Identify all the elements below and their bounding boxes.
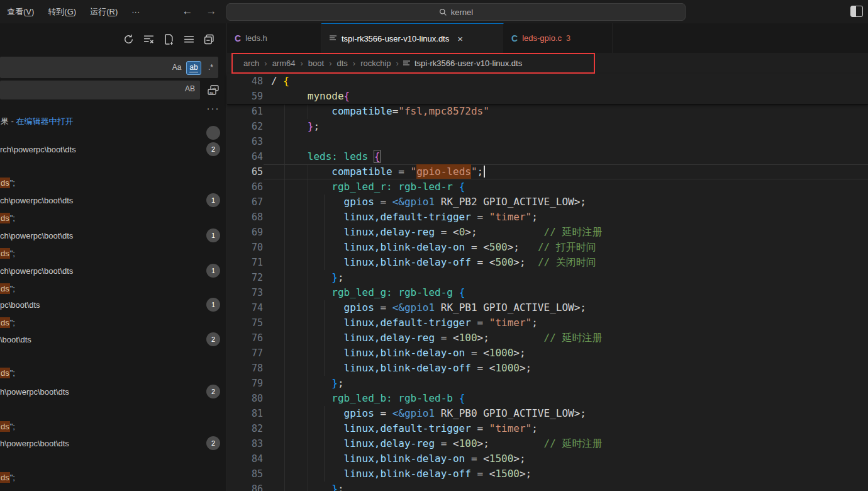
line-number: 76 — [227, 330, 263, 346]
code-line-70[interactable]: 70 linux,blink-delay-on = <500>; // 打开时间 — [227, 240, 868, 255]
menu-item-2[interactable]: 运行(R) — [83, 4, 125, 20]
tab-bar: Cleds.htspi-rk3566-user-v10-linux.dts×Cl… — [227, 23, 868, 53]
tab-label: leds-gpio.c — [522, 33, 562, 43]
code-line-63[interactable]: 63 — [227, 134, 868, 149]
menu-item-0[interactable]: 查看(V) — [0, 4, 41, 20]
code-line-text: mynode{ — [271, 89, 350, 104]
result-match-row[interactable]: ds"; — [0, 469, 226, 485]
code-line-78[interactable]: 78 linux,blink-delay-off = <1000>; — [227, 361, 868, 376]
result-match-row[interactable]: ds"; — [0, 418, 226, 434]
result-match-row[interactable]: ds"; — [0, 314, 226, 330]
code-line-71[interactable]: 71 linux,blink-delay-off = <500>; // 关闭时… — [227, 255, 868, 270]
code-line-75[interactable]: 75 linux,default-trigger = "timer"; — [227, 315, 868, 330]
back-arrow-icon[interactable]: ← — [179, 3, 196, 20]
result-file-row[interactable]: ch\powerpc\boot\dts1 — [0, 262, 226, 279]
code-line-77[interactable]: 77 linux,blink-delay-on = <1000>; — [227, 346, 868, 361]
breadcrumb-item-arm64[interactable]: arm64 — [271, 59, 297, 68]
code-line-86[interactable]: 86 }; — [227, 482, 868, 491]
command-center-search[interactable]: kernel — [226, 3, 686, 21]
code-line-83[interactable]: 83 linux,delay-reg = <100>; // 延时注册 — [227, 436, 868, 451]
result-match-row[interactable]: ds"; — [0, 364, 226, 381]
line-number: 74 — [227, 300, 263, 315]
result-file-row[interactable]: rch\powerpc\boot\dts2 — [0, 141, 226, 157]
line-number: 70 — [227, 240, 263, 255]
search-sidebar: Aaab.* AB ab ac ··· 果 - 在编辑器中打开 rch\powe… — [0, 23, 226, 491]
line-number: 73 — [227, 285, 263, 300]
result-file-row[interactable]: h\powerpc\boot\dts2 — [0, 435, 226, 451]
code-line-62[interactable]: 62 }; — [227, 119, 868, 134]
code-line-text: leds: leds { — [271, 149, 380, 164]
line-number: 66 — [227, 179, 263, 195]
tab-leds.h[interactable]: Cleds.h — [227, 23, 321, 53]
result-file-row[interactable]: pc\boot\dts1 — [0, 296, 226, 313]
result-count-badge: 2 — [206, 332, 220, 346]
breadcrumb-item-dts[interactable]: dts — [336, 59, 349, 68]
code-line-61[interactable]: 61 compatible="fsl,mpc8572ds" — [227, 104, 868, 119]
result-count-badge: 2 — [206, 142, 220, 156]
result-row[interactable] — [0, 125, 226, 141]
code-line-48[interactable]: 48/ { — [227, 74, 868, 89]
result-file-path: \boot\dts — [0, 335, 31, 344]
result-file-path: h\powerpc\boot\dts — [0, 387, 69, 397]
tab-leds-gpio.c[interactable]: Cleds-gpio.c3 — [504, 23, 613, 53]
menu-item-1[interactable]: 转到(G) — [41, 4, 83, 20]
result-match-row[interactable]: ds"; — [0, 174, 226, 191]
line-number: 80 — [227, 391, 263, 406]
result-file-row[interactable]: \boot\dts2 — [0, 331, 226, 347]
code-line-68[interactable]: 68 linux,default-trigger = "timer"; — [227, 210, 868, 225]
code-line-69[interactable]: 69 linux,delay-reg = <0>; // 延时注册 — [227, 225, 868, 240]
code-line-64[interactable]: 64 leds: leds { — [227, 149, 868, 164]
result-file-path: rch\powerpc\boot\dts — [0, 145, 76, 154]
code-line-76[interactable]: 76 linux,delay-reg = <100>; // 延时注册 — [227, 330, 868, 346]
search-icon — [439, 8, 447, 16]
code-line-text: linux,default-trigger = "timer"; — [271, 210, 538, 225]
code-line-59[interactable]: 59 mynode{ — [227, 89, 868, 104]
menu-item-3[interactable]: ··· — [125, 4, 147, 19]
result-file-row[interactable]: ch\powerpc\boot\dts1 — [0, 192, 226, 208]
layout-toggle-icon[interactable] — [850, 6, 863, 17]
chevron-right-icon: › — [325, 59, 335, 68]
sticky-scroll: 48/ {59 mynode{ — [227, 74, 868, 104]
result-row — [0, 453, 226, 469]
code-line-67[interactable]: 67 gpios = <&gpio1 RK_PB2 GPIO_ACTIVE_LO… — [227, 195, 868, 210]
breadcrumb-item-boot[interactable]: boot — [307, 59, 325, 68]
breadcrumb-item-rockchip[interactable]: rockchip — [359, 59, 392, 68]
code-line-79[interactable]: 79 }; — [227, 376, 868, 391]
line-number: 86 — [227, 482, 263, 491]
chevron-right-icon: › — [260, 59, 270, 68]
result-match-row[interactable]: ds"; — [0, 210, 226, 226]
forward-arrow-icon[interactable]: → — [203, 3, 220, 20]
code-line-66[interactable]: 66 rgb_led_r: rgb-led-r { — [227, 179, 868, 195]
result-file-row[interactable]: ch\powerpc\boot\dts1 — [0, 227, 226, 244]
code-line-80[interactable]: 80 rgb_led_b: rgb-led-b { — [227, 391, 868, 406]
line-number: 71 — [227, 255, 263, 270]
code-line-81[interactable]: 81 gpios = <&gpio1 RK_PB0 GPIO_ACTIVE_LO… — [227, 406, 868, 421]
line-number: 83 — [227, 436, 263, 451]
tab-tspi-rk3566-user-v10-linux.dts[interactable]: tspi-rk3566-user-v10-linux.dts× — [321, 23, 504, 53]
code-line-text: rgb_led_g: rgb-led-g { — [271, 285, 465, 300]
result-match-row[interactable]: ds"; — [0, 280, 226, 296]
result-match-text: ds"; — [0, 213, 15, 223]
indent-guide — [284, 134, 285, 149]
code-line-text: linux,blink-delay-on = <1500>; — [271, 451, 526, 466]
breadcrumb-item-arch[interactable]: arch — [242, 59, 260, 68]
code-line-85[interactable]: 85 linux,blink-delay-off = <1500>; — [227, 466, 868, 482]
breadcrumb-file[interactable]: tspi-rk3566-user-v10-linux.dts — [403, 59, 522, 68]
code-editor[interactable]: 48/ {59 mynode{ 61 compatible="fsl,mpc85… — [227, 74, 868, 491]
code-line-82[interactable]: 82 linux,default-trigger = "timer"; — [227, 421, 868, 436]
result-file-row[interactable]: h\powerpc\boot\dts2 — [0, 383, 226, 400]
code-line-65[interactable]: 65 compatible = "gpio-leds"; — [227, 164, 868, 179]
tab-problem-count: 3 — [566, 34, 570, 43]
result-match-text: ds"; — [0, 368, 15, 378]
code-line-73[interactable]: 73 rgb_led_g: rgb-led-g { — [227, 285, 868, 300]
code-line-text: linux,delay-reg = <0>; // 延时注册 — [271, 225, 602, 240]
code-line-74[interactable]: 74 gpios = <&gpio1 RK_PB1 GPIO_ACTIVE_LO… — [227, 300, 868, 315]
code-line-text: gpios = <&gpio1 RK_PB1 GPIO_ACTIVE_LOW>; — [271, 300, 586, 315]
line-number: 65 — [227, 164, 263, 179]
result-count-badge: 1 — [206, 193, 220, 207]
code-line-84[interactable]: 84 linux,blink-delay-on = <1500>; — [227, 451, 868, 466]
text-cursor — [484, 166, 485, 178]
close-tab-icon[interactable]: × — [457, 33, 463, 44]
result-match-row[interactable]: ds"; — [0, 245, 226, 261]
code-line-72[interactable]: 72 }; — [227, 270, 868, 285]
